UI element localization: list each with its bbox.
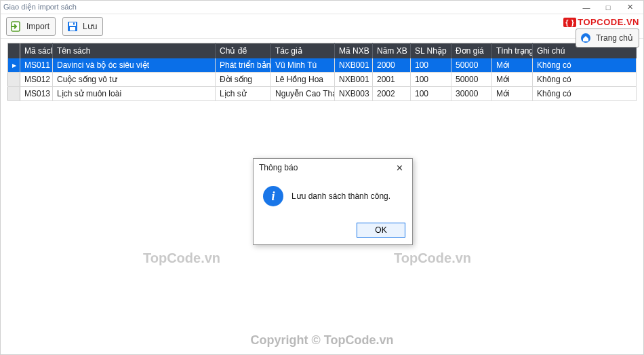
info-icon: i (263, 186, 283, 206)
dialog-ok-button[interactable]: OK (357, 223, 405, 238)
dialog-message: Lưu danh sách thành công. (291, 191, 390, 201)
message-dialog: Thông báo ✕ i Lưu danh sách thành công. … (253, 158, 413, 245)
dialog-backdrop: Thông báo ✕ i Lưu danh sách thành công. … (1, 1, 643, 354)
dialog-title-text: Thông báo (259, 163, 298, 172)
dialog-titlebar[interactable]: Thông báo ✕ (254, 159, 412, 176)
dialog-close-button[interactable]: ✕ (390, 161, 408, 174)
